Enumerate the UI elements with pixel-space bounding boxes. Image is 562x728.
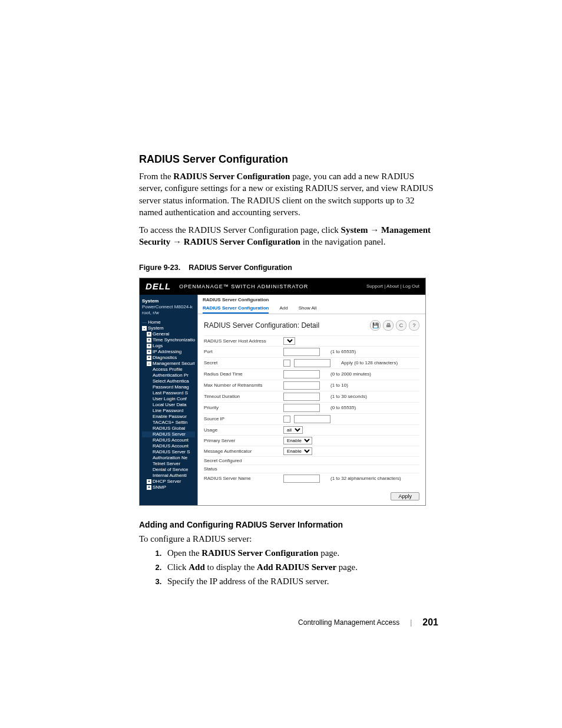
p2-arrow2: → bbox=[170, 237, 184, 246]
select-input[interactable]: Enable bbox=[283, 437, 312, 444]
nav-system[interactable]: -System bbox=[142, 325, 195, 331]
form-row: Radius Dead Time(0 to 2000 minutes) bbox=[204, 368, 419, 380]
form-row: Max Number of Retransmits(1 to 10) bbox=[204, 380, 419, 391]
sidebar-item[interactable]: Telnet Server bbox=[142, 461, 195, 467]
form-field: (1 to 10) bbox=[283, 381, 419, 390]
p2-nav3: RADIUS Server Configuration bbox=[184, 237, 300, 246]
figure-caption: Figure 9-23.RADIUS Server Configuration bbox=[139, 263, 438, 272]
nav-dhcp[interactable]: +DHCP Server bbox=[142, 479, 195, 485]
nav-home[interactable]: — Home bbox=[142, 319, 195, 325]
sidebar-item[interactable]: User Login Conf bbox=[142, 396, 195, 402]
select-input[interactable] bbox=[283, 337, 295, 345]
sidebar-item[interactable]: Authentication Pr bbox=[142, 373, 195, 378]
sidebar-item[interactable]: Authorization Ne bbox=[142, 455, 195, 461]
sidebar-item[interactable]: RADIUS Server S bbox=[142, 449, 195, 455]
p2-arrow1: → bbox=[368, 225, 381, 235]
text-input[interactable] bbox=[283, 370, 320, 378]
print-icon[interactable]: 🖶 bbox=[383, 320, 394, 331]
nav-ipaddr[interactable]: +IP Addressing bbox=[142, 349, 195, 355]
form-row: Port(1 to 65535) bbox=[204, 346, 419, 357]
field-hint: (1 to 32 alphanumeric characters) bbox=[330, 476, 401, 481]
form-row: Timeout Duration(1 to 30 seconds) bbox=[204, 391, 419, 402]
sidebar-item[interactable]: Line Password bbox=[142, 408, 195, 414]
form-row: RADIUS Server Name(1 to 32 alphanumeric … bbox=[204, 473, 419, 484]
tab-add[interactable]: Add bbox=[279, 304, 287, 314]
sidebar-item[interactable]: Access Profile bbox=[142, 367, 195, 373]
text-input[interactable] bbox=[294, 359, 330, 367]
field-hint: (0 to 2000 minutes) bbox=[330, 371, 371, 377]
nav-timesync[interactable]: +Time Synchronization bbox=[142, 337, 195, 343]
app-title: OPENMANAGE™ SWITCH ADMINISTRATOR bbox=[179, 284, 308, 289]
form-row: Primary ServerEnable bbox=[204, 435, 419, 446]
form-field bbox=[283, 415, 419, 423]
steps-list: Open the RADIUS Server Configuration pag… bbox=[139, 547, 438, 588]
sidebar-item[interactable]: Enable Passwor bbox=[142, 414, 195, 420]
form-row: Priority(0 to 65535) bbox=[204, 402, 419, 413]
text-input[interactable] bbox=[283, 348, 320, 356]
form-field: all bbox=[283, 426, 419, 434]
p1-pre: From the bbox=[139, 172, 173, 181]
checkbox-input[interactable] bbox=[283, 360, 290, 367]
field-hint: Apply (0 to 128 characters) bbox=[341, 360, 398, 365]
tab-showall[interactable]: Show All bbox=[299, 304, 317, 314]
checkbox-input[interactable] bbox=[283, 416, 290, 423]
subsection-intro: To configure a RADIUS server: bbox=[139, 533, 438, 545]
select-input[interactable]: Enable bbox=[283, 447, 312, 455]
form-field: Enable bbox=[283, 447, 419, 455]
text-input[interactable] bbox=[283, 475, 320, 483]
sidebar-item[interactable]: Denial of Service bbox=[142, 467, 195, 473]
form-label: Secret bbox=[204, 360, 283, 365]
breadcrumb: RADIUS Server Configuration bbox=[198, 295, 425, 304]
form-field: (1 to 32 alphanumeric characters) bbox=[283, 475, 419, 483]
sidebar-item[interactable]: Local User Data bbox=[142, 402, 195, 408]
dell-logo: DELL bbox=[146, 281, 171, 291]
footer-text: Controlling Management Access bbox=[298, 618, 399, 627]
save-icon[interactable]: 💾 bbox=[370, 320, 381, 331]
form-label: Secret Configured bbox=[204, 458, 283, 463]
page-footer: Controlling Management Access | 201 bbox=[139, 617, 438, 628]
side-header: System bbox=[142, 298, 195, 304]
figure-label: Figure 9-23. bbox=[139, 263, 180, 272]
nav-general[interactable]: +General bbox=[142, 331, 195, 337]
sidebar-item[interactable]: RADIUS Server bbox=[142, 431, 195, 437]
p2-pre: To access the RADIUS Server Configuratio… bbox=[139, 225, 341, 235]
step-3: Specify the IP address of the RADIUS ser… bbox=[164, 575, 438, 587]
form-label: RADIUS Server Name bbox=[204, 476, 283, 481]
sidebar-item[interactable]: Select Authentica bbox=[142, 378, 195, 384]
refresh-icon[interactable]: C bbox=[396, 320, 406, 331]
nav-mgmtsec[interactable]: -Management Security bbox=[142, 361, 195, 367]
paragraph-1: From the RADIUS Server Configuration pag… bbox=[139, 170, 438, 218]
form-label: Primary Server bbox=[204, 438, 283, 443]
sidebar-item[interactable]: RADIUS Account bbox=[142, 443, 195, 449]
form-label: Port bbox=[204, 349, 283, 354]
form-label: Status bbox=[204, 466, 283, 472]
screenshot-frame: DELL OPENMANAGE™ SWITCH ADMINISTRATOR Su… bbox=[139, 278, 426, 506]
page-number: 201 bbox=[422, 617, 438, 628]
sidebar-item[interactable]: RADIUS Global bbox=[142, 426, 195, 431]
form-label: RADIUS Server Host Address bbox=[204, 338, 283, 344]
select-input[interactable]: all bbox=[283, 426, 303, 434]
top-links[interactable]: Support | About | Log Out bbox=[366, 284, 419, 289]
text-input[interactable] bbox=[294, 415, 330, 423]
field-hint: (1 to 65535) bbox=[330, 349, 356, 354]
nav-snmp[interactable]: +SNMP bbox=[142, 485, 195, 490]
sidebar-item[interactable]: Internal Authenti bbox=[142, 473, 195, 479]
nav-diag[interactable]: +Diagnostics bbox=[142, 355, 195, 361]
step-2: Click Add to display the Add RADIUS Serv… bbox=[164, 561, 438, 573]
nav-sidebar[interactable]: System PowerConnect M8024-k root, r/w — … bbox=[140, 295, 197, 505]
apply-button[interactable]: Apply bbox=[391, 492, 419, 500]
section-title: RADIUS Server Configuration bbox=[139, 153, 438, 166]
p1-bold: RADIUS Server Configuration bbox=[173, 172, 290, 181]
sidebar-item[interactable]: RADIUS Account bbox=[142, 437, 195, 443]
text-input[interactable] bbox=[283, 393, 320, 401]
sidebar-item[interactable]: Last Password S bbox=[142, 390, 195, 396]
sidebar-item[interactable]: TACACS+ Settin bbox=[142, 420, 195, 426]
text-input[interactable] bbox=[283, 381, 320, 390]
tab-config[interactable]: RADIUS Server Configuration bbox=[203, 304, 269, 314]
sidebar-item[interactable]: Password Manag bbox=[142, 384, 195, 390]
text-input[interactable] bbox=[283, 404, 320, 412]
form-row: Source IP bbox=[204, 413, 419, 424]
nav-logs[interactable]: +Logs bbox=[142, 343, 195, 349]
help-icon[interactable]: ? bbox=[409, 320, 419, 331]
form-field: (1 to 30 seconds) bbox=[283, 393, 419, 401]
